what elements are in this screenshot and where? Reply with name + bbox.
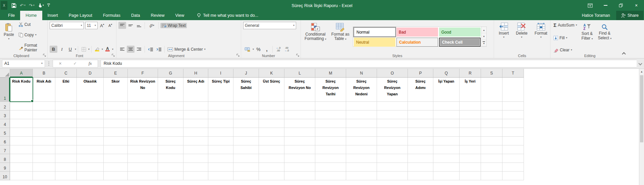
cell-E1[interactable]: Skor bbox=[104, 78, 128, 102]
cell-I8[interactable] bbox=[208, 154, 233, 163]
cell-L4[interactable] bbox=[284, 119, 315, 128]
copy-dropdown-icon[interactable]: ▾ bbox=[35, 34, 37, 36]
cell-L3[interactable] bbox=[284, 110, 315, 119]
cell-F9[interactable] bbox=[128, 163, 158, 172]
style-check-cell[interactable]: Check Cell bbox=[439, 38, 481, 47]
format-painter-button[interactable]: Format Painter bbox=[17, 43, 45, 53]
accounting-dropdown-icon[interactable]: ▾ bbox=[253, 48, 254, 51]
cell-B9[interactable] bbox=[33, 163, 55, 172]
conditional-formatting-button[interactable]: ≠ Conditional Formatting ▾ bbox=[303, 22, 328, 53]
cell-S10[interactable] bbox=[481, 172, 502, 180]
cell-D10[interactable] bbox=[77, 172, 104, 180]
conditional-formatting-dropdown-icon[interactable]: ▾ bbox=[325, 38, 326, 41]
clipboard-dialog-launcher-icon[interactable] bbox=[43, 54, 46, 57]
cell-G1[interactable]: Süreç Kodu bbox=[158, 78, 183, 102]
column-header-B[interactable]: B bbox=[33, 69, 55, 77]
scroll-up-icon[interactable]: ▲ bbox=[639, 69, 644, 75]
cell-O1[interactable]: Süreç Revizyon Yapan bbox=[377, 78, 408, 102]
underline-dropdown-icon[interactable]: ▾ bbox=[75, 48, 76, 51]
insert-cells-button[interactable]: Insert ▾ bbox=[496, 22, 512, 53]
cell-M10[interactable] bbox=[315, 172, 346, 180]
cell-Q3[interactable] bbox=[433, 110, 460, 119]
cell-M8[interactable] bbox=[315, 154, 346, 163]
cell-T8[interactable] bbox=[502, 154, 524, 163]
cell-H6[interactable] bbox=[183, 137, 208, 145]
cell-E5[interactable] bbox=[104, 128, 128, 137]
decrease-font-size-icon[interactable]: A▾ bbox=[107, 22, 114, 29]
cell-A9[interactable] bbox=[10, 163, 33, 172]
insert-dropdown-icon[interactable]: ▾ bbox=[503, 36, 504, 39]
cell-G2[interactable] bbox=[158, 102, 183, 110]
cell-G6[interactable] bbox=[158, 137, 183, 145]
style-bad[interactable]: Bad bbox=[396, 28, 438, 37]
font-family-combo[interactable]: Calibri▾ bbox=[50, 22, 84, 29]
share-button[interactable]: Share bbox=[616, 11, 643, 20]
row-header-1[interactable]: 1 bbox=[0, 78, 10, 102]
touch-mouse-mode-icon[interactable]: ▾ bbox=[38, 3, 44, 8]
column-header-Q[interactable]: Q bbox=[433, 69, 460, 77]
column-header-D[interactable]: D bbox=[77, 69, 104, 77]
cell-M2[interactable] bbox=[315, 102, 346, 110]
cell-A4[interactable] bbox=[10, 119, 33, 128]
cell-I4[interactable] bbox=[208, 119, 233, 128]
cell-G9[interactable] bbox=[158, 163, 183, 172]
cell-B4[interactable] bbox=[33, 119, 55, 128]
cell-B2[interactable] bbox=[33, 102, 55, 110]
cell-D1[interactable]: Olasılık bbox=[77, 78, 104, 102]
fill-button[interactable]: Fill ▾ bbox=[552, 35, 578, 41]
cell-P10[interactable] bbox=[408, 172, 433, 180]
paste-button[interactable]: Paste ▾ bbox=[2, 22, 16, 53]
column-header-S[interactable]: S bbox=[481, 69, 502, 77]
row-header-4[interactable]: 4 bbox=[0, 119, 10, 128]
cell-O5[interactable] bbox=[377, 128, 408, 137]
cell-H3[interactable] bbox=[183, 110, 208, 119]
cell-F5[interactable] bbox=[128, 128, 158, 137]
cell-A10[interactable] bbox=[10, 172, 33, 180]
autosum-button[interactable]: Σ AutoSum ▾ bbox=[552, 22, 578, 28]
cell-I10[interactable] bbox=[208, 172, 233, 180]
cell-D2[interactable] bbox=[77, 102, 104, 110]
cell-M5[interactable] bbox=[315, 128, 346, 137]
percent-style-icon[interactable]: % bbox=[255, 46, 262, 53]
cell-S2[interactable] bbox=[481, 102, 502, 110]
cell-A7[interactable] bbox=[10, 145, 33, 154]
cell-K7[interactable] bbox=[259, 145, 284, 154]
ribbon-display-options-icon[interactable] bbox=[582, 0, 598, 11]
cell-S4[interactable] bbox=[481, 119, 502, 128]
tab-view[interactable]: View bbox=[170, 11, 190, 20]
cell-K2[interactable] bbox=[259, 102, 284, 110]
cell-P8[interactable] bbox=[408, 154, 433, 163]
formula-bar-grip[interactable] bbox=[48, 61, 49, 66]
cell-N6[interactable] bbox=[346, 137, 377, 145]
style-neutral[interactable]: Neutral bbox=[354, 38, 395, 47]
cell-L7[interactable] bbox=[284, 145, 315, 154]
cell-T7[interactable] bbox=[502, 145, 524, 154]
tab-formulas[interactable]: Formulas bbox=[98, 11, 126, 20]
format-cells-button[interactable]: Format ▾ bbox=[532, 22, 550, 53]
cell-R4[interactable] bbox=[460, 119, 481, 128]
cell-H7[interactable] bbox=[183, 145, 208, 154]
cell-B5[interactable] bbox=[33, 128, 55, 137]
format-as-table-dropdown-icon[interactable]: ▾ bbox=[345, 38, 346, 41]
column-header-F[interactable]: F bbox=[128, 69, 158, 77]
cell-F3[interactable] bbox=[128, 110, 158, 119]
cell-E9[interactable] bbox=[104, 163, 128, 172]
touch-mode-dropdown-icon[interactable]: ▾ bbox=[43, 4, 44, 7]
style-normal[interactable]: Normal bbox=[354, 28, 395, 37]
orientation-icon[interactable]: ab ▾ bbox=[147, 22, 157, 29]
cell-R9[interactable] bbox=[460, 163, 481, 172]
cell-N8[interactable] bbox=[346, 154, 377, 163]
cell-Q4[interactable] bbox=[433, 119, 460, 128]
cell-J4[interactable] bbox=[233, 119, 259, 128]
cell-F10[interactable] bbox=[128, 172, 158, 180]
cell-F7[interactable] bbox=[128, 145, 158, 154]
cell-O4[interactable] bbox=[377, 119, 408, 128]
merge-center-dropdown-icon[interactable]: ▾ bbox=[204, 48, 206, 51]
tab-data[interactable]: Data bbox=[126, 11, 145, 20]
name-box[interactable]: A1 ▾ bbox=[2, 60, 45, 67]
excel-app-icon[interactable]: X bbox=[1, 1, 7, 10]
cell-E3[interactable] bbox=[104, 110, 128, 119]
fill-dropdown-icon[interactable]: ▾ bbox=[566, 37, 567, 39]
style-calculation[interactable]: Calculation bbox=[396, 38, 438, 47]
cell-T5[interactable] bbox=[502, 128, 524, 137]
